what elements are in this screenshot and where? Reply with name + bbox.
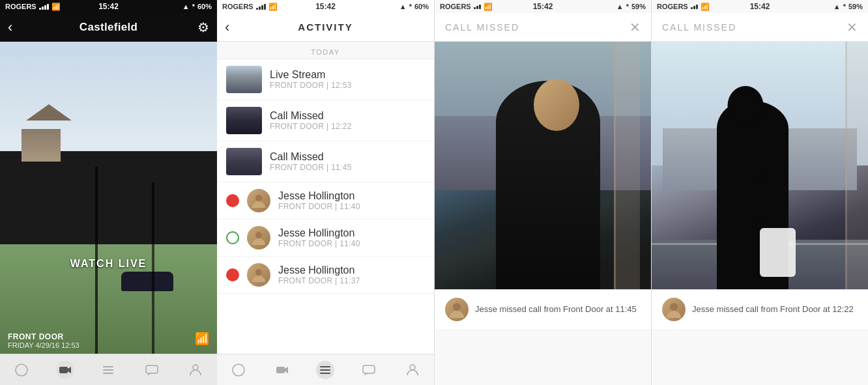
svg-point-8 xyxy=(193,365,198,370)
bottom-nav-2 xyxy=(217,354,434,385)
record-icon-2 xyxy=(231,363,246,377)
gear-icon: ⚙ xyxy=(197,20,209,35)
activity-item-text: Jesse Hollington FRONT DOOR | 11:40 xyxy=(278,190,360,211)
wifi-icon: 📶 xyxy=(51,3,61,11)
nav-person[interactable] xyxy=(186,361,205,379)
railing-right xyxy=(152,182,217,354)
svg-rect-4 xyxy=(103,369,113,371)
notification-header-2: CALL MISSED ✕ xyxy=(652,13,868,42)
nav-list[interactable] xyxy=(99,361,117,379)
chat-icon-2 xyxy=(362,363,376,377)
footer-text-1: Jesse missed call from Front Door at 11:… xyxy=(475,304,637,315)
settings-button[interactable]: ⚙ xyxy=(197,20,209,35)
nav-record-2[interactable] xyxy=(229,361,248,379)
signal-icon-4 xyxy=(691,5,698,9)
bluetooth-icon: * xyxy=(192,3,195,10)
list-item[interactable]: Call Missed FRONT DOOR | 12:22 xyxy=(217,100,434,141)
activity-title: ACTIVITY xyxy=(298,21,353,33)
door-frame xyxy=(614,42,640,289)
activity-header: ‹ ACTIVITY xyxy=(217,13,434,42)
notification-header-1: CALL MISSED ✕ xyxy=(435,13,651,42)
activity-item-title: Jesse Hollington xyxy=(278,264,360,276)
person-silhouette-icon-2 xyxy=(250,229,267,246)
house-shape xyxy=(22,129,61,162)
carrier-4: ROGERS xyxy=(657,3,688,10)
list-item[interactable]: Live Stream FRONT DOOR | 12:53 xyxy=(217,59,434,100)
bluetooth-icon-3: * xyxy=(626,3,629,10)
activity-list: Live Stream FRONT DOOR | 12:53 Call Miss… xyxy=(217,59,434,350)
status-right: ▲ * 60% xyxy=(182,3,212,10)
svg-point-9 xyxy=(255,195,262,201)
svg-point-20 xyxy=(410,365,415,370)
nav-chat[interactable] xyxy=(143,361,161,379)
person-icon xyxy=(188,363,203,377)
wifi-cam-icon: 📶 xyxy=(195,332,209,346)
activity-item-subtitle: FRONT DOOR | 12:22 xyxy=(270,122,352,131)
nav-list-2[interactable] xyxy=(316,361,334,379)
svg-point-0 xyxy=(16,364,27,376)
activity-item-text: Call Missed FRONT DOOR | 11:45 xyxy=(270,151,352,172)
call-missed-panel-1: ROGERS 📶 15:42 ▲ * 59% CALL MISSED ✕ xyxy=(434,0,651,385)
activity-item-text: Live Stream FRONT DOOR | 12:53 xyxy=(270,69,352,90)
list-item[interactable]: Call Missed FRONT DOOR | 11:45 xyxy=(217,141,434,182)
location-icon-3: ▲ xyxy=(616,3,624,10)
footer-avatar-2 xyxy=(662,298,686,321)
avatar-icon-1 xyxy=(448,300,466,319)
svg-rect-6 xyxy=(146,365,158,373)
red-dot-icon-2 xyxy=(226,268,239,281)
close-button-2[interactable]: ✕ xyxy=(846,20,858,35)
activity-item-subtitle: FRONT DOOR | 11:40 xyxy=(278,239,360,248)
svg-rect-17 xyxy=(320,373,330,374)
list-item[interactable]: Jesse Hollington FRONT DOOR | 11:40 xyxy=(217,220,434,257)
svg-rect-5 xyxy=(103,373,113,374)
bluetooth-icon-4: * xyxy=(843,3,846,10)
location-icon: ▲ xyxy=(182,3,190,10)
person-head xyxy=(534,79,579,131)
avatar-icon-2 xyxy=(665,300,683,319)
video-icon-2 xyxy=(275,363,289,377)
svg-point-21 xyxy=(453,303,461,311)
notification-footer-2: Jesse missed call from Front Door at 12:… xyxy=(652,289,868,329)
battery-3: 59% xyxy=(631,3,646,10)
svg-point-10 xyxy=(255,232,262,238)
nav-chat-2[interactable] xyxy=(360,361,378,379)
arm-shape xyxy=(759,175,767,227)
back-button[interactable]: ‹ xyxy=(8,19,12,36)
activity-item-subtitle: FRONT DOOR | 11:40 xyxy=(278,202,360,211)
activity-panel: ROGERS 📶 15:42 ▲ * 60% ‹ ACTIVITY TODAY … xyxy=(217,0,434,385)
live-header: ‹ Castlefield xyxy=(0,13,217,42)
wifi-icon-3: 📶 xyxy=(484,3,493,11)
list-item[interactable]: Jesse Hollington FRONT DOOR | 11:40 xyxy=(217,182,434,220)
svg-marker-2 xyxy=(68,367,71,373)
footer-avatar-1 xyxy=(445,298,469,321)
header-title: Castlefield xyxy=(80,21,137,34)
nav-video[interactable] xyxy=(56,361,74,379)
activity-back-button[interactable]: ‹ xyxy=(225,19,229,36)
nav-record[interactable] xyxy=(12,361,31,379)
close-button-1[interactable]: ✕ xyxy=(629,20,641,35)
nav-person-2[interactable] xyxy=(403,361,422,379)
camera-date: FRIDAY 4/29/16 12:53 xyxy=(8,341,80,349)
nav-video-2[interactable] xyxy=(273,361,291,379)
activity-item-title: Call Missed xyxy=(270,151,352,163)
watch-live-label[interactable]: WATCH LIVE xyxy=(70,258,147,270)
wifi-icon-4: 📶 xyxy=(701,3,710,11)
call-missed-panel-2: ROGERS 📶 15:42 ▲ * 59% CALL MISSED ✕ xyxy=(651,0,868,385)
shopping-bag xyxy=(760,228,796,277)
svg-rect-13 xyxy=(276,367,285,373)
signal-icon-2 xyxy=(256,4,266,10)
list-item[interactable]: Jesse Hollington FRONT DOOR | 11:37 xyxy=(217,257,434,294)
camera-name: FRONT DOOR xyxy=(8,332,80,341)
svg-point-22 xyxy=(670,303,678,311)
svg-rect-3 xyxy=(103,366,113,367)
carrier-3: ROGERS xyxy=(440,3,471,10)
video-icon xyxy=(58,363,72,377)
door-frame-2 xyxy=(845,42,868,289)
activity-item-subtitle: FRONT DOOR | 12:53 xyxy=(270,81,352,90)
live-view-panel: ROGERS 📶 15:42 ▲ * 60% ‹ Castlefield ⚙ xyxy=(0,0,217,385)
location-icon-4: ▲ xyxy=(833,3,841,10)
user-avatar xyxy=(247,263,270,287)
notification-title-1: CALL MISSED xyxy=(445,22,519,33)
status-bar-4: ROGERS 📶 15:42 ▲ * 59% xyxy=(652,0,868,13)
activity-item-subtitle: FRONT DOOR | 11:37 xyxy=(278,276,360,285)
